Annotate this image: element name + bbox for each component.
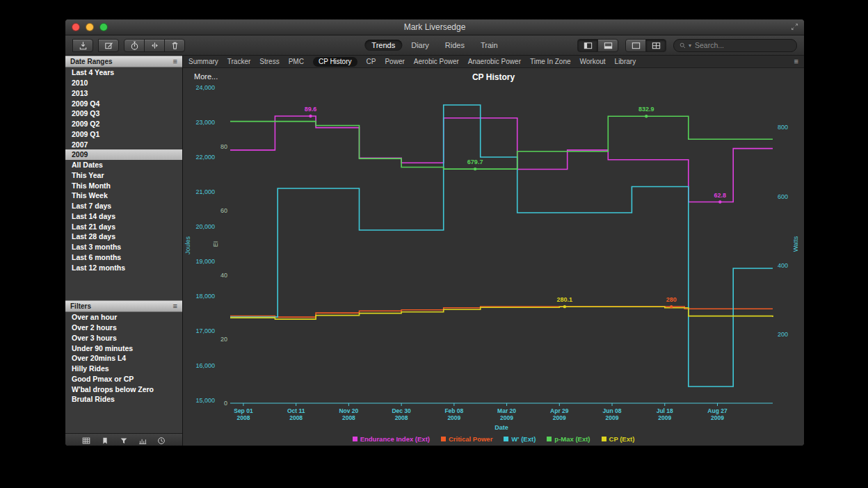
tab-workout[interactable]: Workout xyxy=(580,58,606,65)
layout-toggle-group xyxy=(625,39,666,52)
filter-item[interactable]: Good Pmax or CP xyxy=(65,374,182,384)
filter-item[interactable]: Over an hour xyxy=(65,312,182,323)
chart-button[interactable] xyxy=(138,436,147,446)
tab-cp[interactable]: CP xyxy=(367,58,376,65)
stopwatch-button[interactable] xyxy=(124,39,145,52)
date-range-item[interactable]: Last 21 days xyxy=(65,221,182,231)
date-range-item[interactable]: Last 7 days xyxy=(65,201,182,211)
svg-text:2009: 2009 xyxy=(447,414,460,421)
search-icon xyxy=(679,42,686,49)
search-icon xyxy=(679,42,686,49)
tab-library[interactable]: Library xyxy=(615,58,636,65)
segment-rides[interactable]: Rides xyxy=(438,40,472,51)
tab-pmc[interactable]: PMC xyxy=(289,58,304,65)
filter-button[interactable] xyxy=(119,436,129,446)
date-range-item[interactable]: This Month xyxy=(65,180,182,190)
date-range-item[interactable]: Last 4 Years xyxy=(65,67,182,78)
tabbar-menu-icon[interactable]: ≡ xyxy=(794,58,798,65)
bookmark-button[interactable] xyxy=(100,436,110,446)
more-link[interactable]: More... xyxy=(194,72,218,81)
filter-item[interactable]: Brutal Rides xyxy=(65,394,182,405)
svg-text:EI: EI xyxy=(212,241,219,247)
tab-summary[interactable]: Summary xyxy=(188,58,218,65)
date-range-item[interactable]: This Week xyxy=(65,190,182,201)
date-range-item[interactable]: 2010 xyxy=(65,78,182,88)
search-menu-arrow-icon[interactable]: ▾ xyxy=(689,42,691,49)
filter-item[interactable]: Over 2 hours xyxy=(65,323,182,333)
close-button[interactable] xyxy=(72,23,80,31)
table-button[interactable] xyxy=(81,436,91,446)
filters-header[interactable]: Filters ≡ xyxy=(65,300,182,312)
toolbar-right-cluster: ▾ xyxy=(577,39,797,52)
svg-text:62.8: 62.8 xyxy=(714,192,727,199)
filter-item[interactable]: Hilly Rides xyxy=(65,364,182,374)
date-range-item[interactable]: 2013 xyxy=(65,88,182,99)
lowbar-toggle-button[interactable] xyxy=(597,39,618,52)
tab-stress[interactable]: Stress xyxy=(259,58,279,65)
filter-item[interactable]: Over 3 hours xyxy=(65,333,182,343)
filters-menu-icon[interactable]: ≡ xyxy=(173,302,177,310)
svg-text:40: 40 xyxy=(220,272,227,279)
single-view-button[interactable] xyxy=(625,39,646,52)
date-range-item[interactable]: 2009 Q2 xyxy=(65,119,182,129)
svg-text:400: 400 xyxy=(778,262,788,269)
tab-aerobic-power[interactable]: Aerobic Power xyxy=(414,58,459,65)
svg-text:60: 60 xyxy=(220,207,227,214)
sidebar-toggle-button[interactable] xyxy=(577,39,598,52)
window-controls xyxy=(72,23,108,31)
date-ranges-menu-icon[interactable]: ≡ xyxy=(173,58,177,65)
trash-button[interactable] xyxy=(164,39,185,52)
segment-train[interactable]: Train xyxy=(474,40,505,51)
date-range-item[interactable]: 2009 xyxy=(65,149,182,160)
title-bar[interactable]: Mark Liversedge xyxy=(65,19,804,35)
date-range-item[interactable]: Last 28 days xyxy=(65,231,182,242)
date-range-item[interactable]: All Dates xyxy=(65,160,182,170)
svg-text:200: 200 xyxy=(778,331,788,338)
legend-swatch xyxy=(441,437,446,441)
tab-cp-history[interactable]: CP History xyxy=(313,57,357,67)
legend-swatch xyxy=(353,437,357,441)
lowbar-toggle-icon xyxy=(603,40,613,51)
date-range-item[interactable]: 2009 Q1 xyxy=(65,129,182,140)
date-range-item[interactable]: This Year xyxy=(65,170,182,181)
tab-tracker[interactable]: Tracker xyxy=(227,58,251,65)
svg-text:21,000: 21,000 xyxy=(195,188,215,195)
filter-item[interactable]: Over 20mins L4 xyxy=(65,353,182,364)
download-button[interactable] xyxy=(72,39,93,52)
date-ranges-header[interactable]: Date Ranges ≡ xyxy=(65,56,182,67)
date-range-item[interactable]: Last 3 months xyxy=(65,242,182,252)
joules-axis: 15,00016,00017,00018,00019,00020,00021,0… xyxy=(184,84,215,404)
tab-anaerobic-power[interactable]: Anaerobic Power xyxy=(468,58,521,65)
svg-text:Nov 20: Nov 20 xyxy=(339,407,358,414)
date-range-item[interactable]: 2009 Q3 xyxy=(65,108,182,119)
toolbar-button-group xyxy=(124,39,185,52)
split-button[interactable] xyxy=(144,39,165,52)
minimize-button[interactable] xyxy=(86,23,94,31)
date-range-item[interactable]: Last 14 days xyxy=(65,211,182,222)
search-field[interactable]: ▾ xyxy=(673,39,797,52)
zoom-button[interactable] xyxy=(99,23,108,31)
filter-icon xyxy=(119,436,129,446)
legend-item: W' (Ext) xyxy=(504,435,536,443)
svg-text:2009: 2009 xyxy=(553,414,566,421)
clock-button[interactable] xyxy=(156,436,166,446)
segment-trends[interactable]: Trends xyxy=(364,40,402,51)
compose-button[interactable] xyxy=(98,39,119,52)
date-range-item[interactable]: 2007 xyxy=(65,139,182,149)
search-input[interactable] xyxy=(693,40,791,50)
svg-text:18,000: 18,000 xyxy=(195,293,215,300)
date-range-item[interactable]: Last 12 months xyxy=(65,262,182,273)
filter-item[interactable]: Under 90 minutes xyxy=(65,343,182,353)
tab-time-in-zone[interactable]: Time In Zone xyxy=(530,58,571,65)
chart-pane: More... CP History Sep 012008Oct 112008N… xyxy=(183,68,804,446)
legend-swatch xyxy=(547,437,552,441)
tab-power[interactable]: Power xyxy=(385,58,404,65)
fullscreen-button[interactable] xyxy=(790,22,799,31)
filter-item[interactable]: W'bal drops below Zero xyxy=(65,384,182,394)
date-range-item[interactable]: Last 6 months xyxy=(65,252,182,263)
svg-text:20: 20 xyxy=(220,336,227,343)
tiled-view-button[interactable] xyxy=(645,39,666,52)
segment-diary[interactable]: Diary xyxy=(404,40,436,51)
date-range-item[interactable]: 2009 Q4 xyxy=(65,98,182,108)
layout-toggle-groups xyxy=(577,39,666,52)
